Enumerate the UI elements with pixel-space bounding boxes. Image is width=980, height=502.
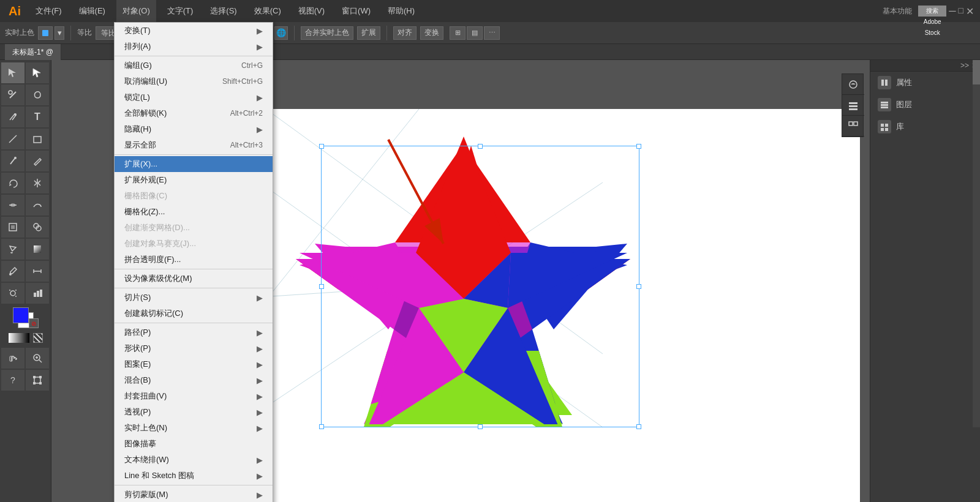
paint-bucket-tool[interactable] xyxy=(1,239,24,260)
mini-appearance-btn[interactable] xyxy=(842,74,864,95)
selection-tool[interactable] xyxy=(1,62,24,83)
menu-arrange[interactable]: 排列(A) ▶ xyxy=(115,39,273,54)
zoom-tool[interactable] xyxy=(26,348,49,369)
free-transform-tool[interactable] xyxy=(1,217,24,238)
dots-btn[interactable]: ⋯ xyxy=(484,26,500,40)
rotate-tool[interactable] xyxy=(1,173,24,193)
tool-row-5 xyxy=(1,151,50,171)
menu-mosaic[interactable]: 创建对象马赛克(J)... xyxy=(115,236,273,252)
pencil-tool[interactable] xyxy=(26,151,49,171)
menu-window[interactable]: 窗口(W) xyxy=(336,0,377,22)
symbol-sprayer-tool[interactable] xyxy=(1,283,24,304)
menu-show-all[interactable]: 显示全部 Alt+Ctrl+3 xyxy=(115,137,273,153)
pen-tool[interactable] xyxy=(1,107,24,127)
none-swatch[interactable] xyxy=(33,333,43,343)
doc-tab[interactable]: 未标题-1* @ xyxy=(5,44,61,60)
menu-line-sketch[interactable]: Line 和 Sketch 图稿 ▶ xyxy=(115,468,273,484)
menu-image-trace[interactable]: 图像描摹 xyxy=(115,436,273,452)
search-stock[interactable]: 搜索 Adobe Stock xyxy=(918,6,946,17)
menu-edit[interactable]: 编辑(E) xyxy=(73,0,111,22)
panel-btn[interactable]: ▤ xyxy=(467,26,483,40)
menu-pixel-perfect[interactable]: 设为像素级优化(M) xyxy=(115,271,273,287)
menu-path[interactable]: 路径(P) ▶ xyxy=(115,324,273,340)
menu-perspective[interactable]: 透视(P) ▶ xyxy=(115,404,273,420)
realtime-icon-btn[interactable] xyxy=(38,26,53,40)
menu-rasterize[interactable]: 栅格化(Z)... xyxy=(115,204,273,220)
gradient-tool[interactable] xyxy=(26,239,49,260)
realtime-dropdown[interactable]: ▾ xyxy=(55,26,64,40)
lasso-tool[interactable] xyxy=(26,84,49,105)
library-tab[interactable]: 库 xyxy=(870,116,980,138)
menu-ungroup[interactable]: 取消编组(U) Shift+Ctrl+G xyxy=(115,73,273,89)
menu-expand[interactable]: 扩展(X)... xyxy=(115,156,273,172)
menu-file[interactable]: 文件(F) xyxy=(29,0,68,22)
menu-text[interactable]: 文字(T) xyxy=(161,0,200,22)
graph-tool[interactable] xyxy=(26,283,49,304)
menu-lock[interactable]: 锁定(L) ▶ xyxy=(115,89,273,105)
vertical-scrollbar[interactable] xyxy=(973,60,980,427)
menu-envelope-distort[interactable]: 封套扭曲(V) ▶ xyxy=(115,388,273,404)
close-button[interactable]: ✕ xyxy=(966,6,974,17)
no-color-box[interactable]: ⊘ xyxy=(29,318,39,328)
warp-tool[interactable] xyxy=(26,195,49,215)
help-tool[interactable]: ? xyxy=(1,370,24,391)
svg-rect-37 xyxy=(33,382,36,384)
merge-realtime-btn[interactable]: 合并实时上色 xyxy=(301,26,353,40)
direct-selection-tool[interactable] xyxy=(26,62,49,83)
grid-view-btn[interactable]: ⊞ xyxy=(450,26,466,40)
foreground-color-box[interactable] xyxy=(13,307,29,323)
object-menu-dropdown: 变换(T) ▶ 排列(A) ▶ 编组(G) Ctrl+G 取消编组(U) Shi… xyxy=(114,22,273,502)
restore-button[interactable]: □ xyxy=(959,6,963,17)
arrow-icon: ▶ xyxy=(257,376,263,385)
menu-clipping-mask[interactable]: 剪切蒙版(M) ▶ xyxy=(115,487,273,502)
menu-help[interactable]: 帮助(H) xyxy=(382,0,421,22)
scroll-thumb[interactable] xyxy=(973,60,980,84)
mini-symbols-btn[interactable] xyxy=(842,116,864,137)
menu-live-paint[interactable]: 实时上色(N) ▶ xyxy=(115,420,273,436)
panel-collapse[interactable]: >> xyxy=(960,61,969,70)
svg-rect-91 xyxy=(849,122,853,126)
menu-create-trim[interactable]: 创建裁切标记(C) xyxy=(115,305,273,321)
menu-blend[interactable]: 混合(B) ▶ xyxy=(115,372,273,388)
layers-tab[interactable]: 图层 xyxy=(870,94,980,116)
menu-hide[interactable]: 隐藏(H) ▶ xyxy=(115,121,273,137)
menu-pattern[interactable]: 图案(E) ▶ xyxy=(115,356,273,372)
style-globe[interactable]: 🌐 xyxy=(274,26,288,40)
menu-gradient-mesh[interactable]: 创建渐变网格(D)... xyxy=(115,220,273,236)
gradient-swatch[interactable] xyxy=(9,333,29,343)
transform-btn[interactable]: 变换 xyxy=(420,26,443,40)
menu-text-wrap[interactable]: 文本绕排(W) ▶ xyxy=(115,452,273,468)
menu-object[interactable]: 对象(O) xyxy=(116,0,156,22)
minimize-button[interactable]: ─ xyxy=(949,6,956,17)
menu-select[interactable]: 选择(S) xyxy=(204,0,243,22)
rectangle-tool[interactable] xyxy=(26,129,49,149)
menu-flatten-transparency[interactable]: 拼合透明度(F)... xyxy=(115,252,273,268)
properties-icon xyxy=(878,76,891,89)
menu-expand-appearance[interactable]: 扩展外观(E) xyxy=(115,172,273,188)
reflect-tool[interactable] xyxy=(26,173,49,193)
line-tool[interactable] xyxy=(1,129,24,149)
menu-unlock-all[interactable]: 全部解锁(K) Alt+Ctrl+2 xyxy=(115,105,273,121)
paintbrush-tool[interactable] xyxy=(1,151,24,171)
arrow-icon: ▶ xyxy=(257,408,263,417)
properties-tab[interactable]: 属性 xyxy=(870,72,980,94)
type-tool[interactable]: T xyxy=(26,107,49,127)
menu-shape[interactable]: 形状(P) ▶ xyxy=(115,340,273,356)
magic-wand-tool[interactable] xyxy=(1,84,24,105)
menu-view[interactable]: 视图(V) xyxy=(292,0,331,22)
color-boxes[interactable]: ⊘ xyxy=(13,307,39,329)
menu-raster-image[interactable]: 栅格图像(C) xyxy=(115,188,273,204)
shape-builder-tool[interactable] xyxy=(26,217,49,238)
artboard-tool[interactable] xyxy=(26,370,49,391)
expand-btn[interactable]: 扩展 xyxy=(357,26,380,40)
align-btn[interactable]: 对齐 xyxy=(393,26,417,40)
menu-group[interactable]: 编组(G) Ctrl+G xyxy=(115,58,273,73)
menu-slice[interactable]: 切片(S) ▶ xyxy=(115,290,273,305)
eyedropper-tool[interactable] xyxy=(1,261,24,282)
menu-transform[interactable]: 变换(T) ▶ xyxy=(115,23,273,39)
measure-tool[interactable] xyxy=(26,261,49,282)
mini-layers-btn[interactable] xyxy=(842,95,864,116)
hand-tool[interactable] xyxy=(1,348,24,369)
menu-effect[interactable]: 效果(C) xyxy=(248,0,287,22)
width-tool[interactable] xyxy=(1,195,24,215)
